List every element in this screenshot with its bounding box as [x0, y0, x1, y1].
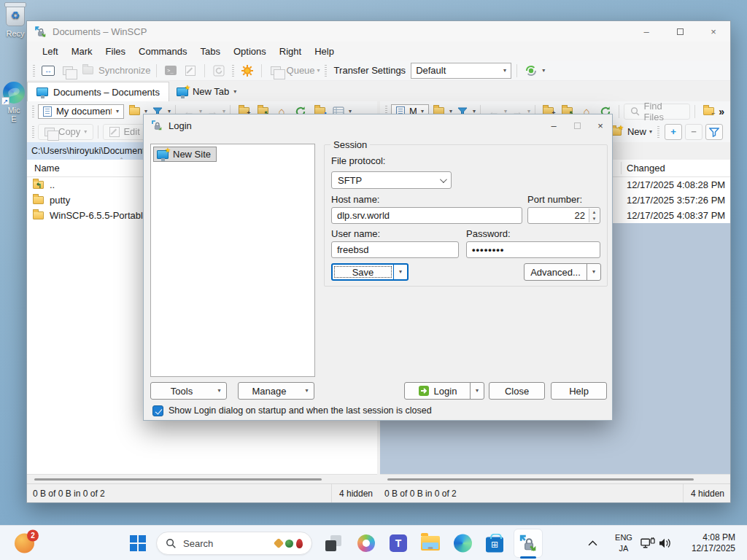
- save-dropdown-button[interactable]: ▾: [393, 265, 407, 279]
- menu-files[interactable]: Files: [99, 44, 132, 59]
- port-number-field[interactable]: 22 ▲▼: [527, 207, 600, 224]
- password-field[interactable]: ••••••••: [466, 241, 600, 258]
- toolbar-overflow-chevron[interactable]: »: [719, 106, 724, 117]
- file-protocol-select[interactable]: SFTP: [331, 171, 452, 189]
- login-button[interactable]: Login: [405, 383, 470, 399]
- tools-button[interactable]: Tools: [151, 383, 212, 399]
- remove-button[interactable]: −: [685, 124, 703, 140]
- new-tab-button[interactable]: ★ New Tab ▾: [169, 82, 244, 101]
- spin-up-icon[interactable]: ▲: [589, 209, 599, 216]
- new-tab-caret[interactable]: ▾: [233, 89, 236, 95]
- open-console-button[interactable]: >_: [162, 63, 179, 79]
- volume-button[interactable]: [659, 537, 672, 548]
- scrollbar-thumb[interactable]: [34, 478, 322, 481]
- widgets-button[interactable]: 2: [15, 533, 34, 553]
- site-list-item-new-site[interactable]: ★ New Site: [153, 147, 217, 162]
- desktop-icon-edge[interactable]: ↗ Mic E: [1, 82, 27, 123]
- login-dropdown-button[interactable]: ▾: [470, 383, 484, 399]
- show-login-checkbox[interactable]: [152, 405, 163, 416]
- transfer-settings-combo[interactable]: Default ▾: [411, 63, 511, 79]
- toggle-panels-button[interactable]: ↔: [39, 63, 57, 79]
- menu-mark[interactable]: Mark: [65, 44, 99, 59]
- scrollbar-thumb[interactable]: [387, 478, 694, 481]
- window-minimize-button[interactable]: –: [630, 21, 663, 42]
- menu-help[interactable]: Help: [308, 44, 341, 59]
- store-button[interactable]: ⊞: [486, 534, 503, 552]
- column-divider[interactable]: [621, 162, 622, 174]
- open-directory-button[interactable]: [125, 104, 143, 120]
- preferences-button[interactable]: [239, 63, 256, 79]
- copilot-icon: [357, 534, 375, 552]
- winscp-taskbar-button[interactable]: [514, 529, 543, 558]
- window-close-button[interactable]: ×: [697, 21, 730, 42]
- window-maximize-button[interactable]: [663, 21, 697, 42]
- copilot-button[interactable]: [357, 534, 375, 552]
- network-button[interactable]: [640, 537, 655, 550]
- edge-button[interactable]: [454, 534, 472, 552]
- dialog-minimize-button[interactable]: –: [542, 114, 565, 136]
- desktop-icon-recycle-bin[interactable]: ♻ Recy: [1, 4, 29, 38]
- close-button[interactable]: Close: [489, 382, 545, 400]
- task-view-button[interactable]: [325, 535, 341, 551]
- sync-browsing-button[interactable]: [59, 63, 77, 79]
- menu-right[interactable]: Right: [273, 44, 308, 59]
- language-indicator[interactable]: ENG JA: [613, 532, 635, 554]
- menu-left[interactable]: Left: [36, 44, 65, 59]
- compare-directories-button[interactable]: ⌐: [700, 104, 717, 120]
- local-drive-value: My documents: [56, 106, 112, 117]
- clock[interactable]: 4:08 PM 12/17/2025: [677, 532, 735, 554]
- menu-tabs[interactable]: Tabs: [194, 44, 227, 59]
- main-toolbar: ↔ Synchronize >_: [27, 61, 730, 81]
- queue-dropdown-caret[interactable]: ▾: [317, 68, 320, 74]
- synchronization-options-button[interactable]: [522, 63, 540, 79]
- tab-documents[interactable]: Documents – Documents: [27, 82, 169, 101]
- remote-horizontal-scrollbar[interactable]: [380, 474, 730, 483]
- add-button[interactable]: +: [665, 124, 682, 140]
- copy-button[interactable]: Copy ▾: [38, 124, 93, 140]
- manage-dropdown-button[interactable]: ▾: [300, 383, 314, 399]
- manage-button[interactable]: Manage: [239, 383, 300, 399]
- queue-icon-button[interactable]: [267, 63, 285, 79]
- port-number-label: Port number:: [527, 194, 582, 205]
- open-new-window-button[interactable]: [182, 63, 199, 79]
- filter-panel-button[interactable]: [705, 124, 723, 140]
- toolbar-grip[interactable]: [325, 65, 327, 77]
- port-spinner[interactable]: ▲▼: [589, 209, 599, 222]
- dialog-maximize-button[interactable]: [565, 114, 589, 136]
- save-button[interactable]: Save: [333, 265, 393, 279]
- local-status-hidden[interactable]: 4 hidden: [331, 484, 373, 502]
- remote-status-hidden[interactable]: 4 hidden: [683, 484, 724, 502]
- toolbar-grip[interactable]: [232, 65, 234, 77]
- tools-dropdown-button[interactable]: ▾: [212, 383, 226, 399]
- file-explorer-button[interactable]: [421, 536, 440, 551]
- user-name-field[interactable]: freebsd: [331, 241, 459, 258]
- local-drive-combo[interactable]: My documents ▾: [38, 104, 124, 119]
- menu-options[interactable]: Options: [227, 44, 273, 59]
- dialog-close-button[interactable]: ×: [589, 114, 612, 136]
- new-button[interactable]: New: [627, 126, 646, 137]
- help-button[interactable]: Help: [551, 382, 607, 400]
- sync-dropdown-caret[interactable]: ▾: [542, 68, 545, 74]
- file-protocol-value: SFTP: [338, 175, 362, 186]
- search-box[interactable]: Search: [156, 532, 312, 555]
- synchronize-button[interactable]: Synchronize: [98, 65, 151, 76]
- teams-button[interactable]: T: [390, 534, 407, 552]
- host-name-field[interactable]: dlp.srv.world: [331, 207, 522, 224]
- column-changed[interactable]: Changed: [627, 163, 665, 174]
- spin-down-icon[interactable]: ▼: [589, 216, 599, 223]
- site-list[interactable]: ★ New Site: [150, 144, 315, 377]
- column-name[interactable]: Name: [34, 163, 60, 174]
- menu-commands[interactable]: Commands: [132, 44, 193, 59]
- advanced-dropdown-button[interactable]: ▾: [587, 264, 600, 280]
- taskbar-overflow-button[interactable]: [588, 540, 597, 546]
- transfer-settings-value: Default: [416, 65, 446, 76]
- queue-button[interactable]: Queue: [287, 65, 315, 76]
- refresh-remote-button[interactable]: [210, 63, 228, 79]
- find-files-button[interactable]: Find Files: [624, 104, 690, 120]
- local-horizontal-scrollbar[interactable]: [27, 474, 377, 483]
- start-button[interactable]: [130, 535, 146, 551]
- advanced-button[interactable]: Advanced...: [525, 264, 587, 280]
- toolbar-grip[interactable]: [33, 65, 35, 77]
- sync-folders-button[interactable]: [79, 63, 96, 79]
- local-path: C:\Users\hiroyuki\Documents: [31, 146, 150, 156]
